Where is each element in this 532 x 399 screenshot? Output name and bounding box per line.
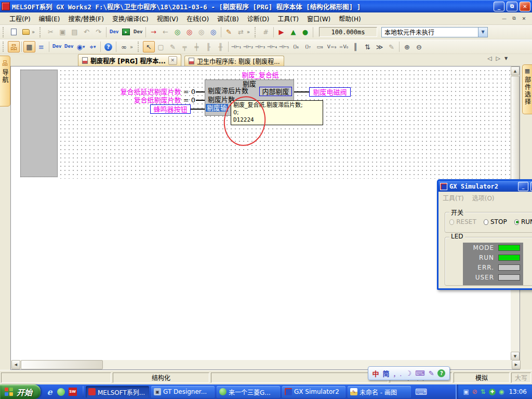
open-project-button[interactable] [20, 26, 32, 38]
jump-instruction-button[interactable]: ≫ [374, 41, 385, 52]
device-find-button[interactable]: Dev [51, 41, 63, 52]
close-contact-button[interactable]: ⊣⊢₂ [242, 41, 254, 52]
run-radio[interactable] [514, 219, 519, 225]
taskbar-item-melsoft[interactable]: MELSOFT系列... [86, 386, 149, 398]
interconnect-mode-button[interactable]: ▢ [155, 41, 167, 52]
simulation-warning-button[interactable]: ▲ [287, 26, 299, 38]
device-status-combobox[interactable]: 本地软元件未执行 ▼ [381, 27, 488, 37]
scan-time-field[interactable]: 100.000ms [319, 27, 377, 37]
menu-window[interactable]: 窗口(W) [303, 12, 335, 24]
input-row-1[interactable]: 复合纸延迟剔废片数 = 0 [84, 88, 195, 96]
toolbar-grip[interactable] [138, 42, 141, 52]
menu-compile[interactable]: 变换/编译(C) [108, 12, 153, 24]
taskbar-item-browser[interactable]: 来一个三菱G... [217, 386, 280, 398]
var-output-button[interactable]: =V₀ [338, 41, 350, 52]
simulator-menu-option[interactable]: 选项(O) [472, 193, 495, 201]
menu-find-replace[interactable]: 搜索/替换(F) [64, 12, 108, 24]
network-config-button[interactable]: ⇄ [235, 26, 247, 38]
rising-pulse-button[interactable]: ⊣⊢₃ [254, 41, 266, 52]
part-selection-side-tab[interactable]: ▦ 部件选择 [522, 64, 532, 114]
network-tray-icon[interactable]: ▣ [463, 389, 469, 395]
ime-simplified-icon[interactable]: 简 [382, 368, 389, 378]
scroll-left-button[interactable]: ◀ [11, 360, 20, 369]
scroll-down-button[interactable]: ▼ [511, 352, 520, 361]
copy-button[interactable]: ▣ [57, 26, 69, 38]
menu-debug[interactable]: 调试(B) [213, 12, 243, 24]
output-window-button[interactable]: ≡ [35, 41, 47, 52]
scroll-up-button[interactable]: ▲ [511, 66, 520, 75]
help-button[interactable]: ? [102, 41, 114, 52]
menu-view[interactable]: 视图(V) [153, 12, 183, 24]
taskbar-item-paint[interactable]: ✎ 未命名 - 画图 [348, 386, 411, 398]
fb-input-pin-3-selected[interactable]: 剔废输 [206, 104, 228, 112]
input-row-2[interactable]: 复合纸剔废片数 = 0 [84, 96, 195, 104]
watch-start-button[interactable]: ▸ [120, 26, 132, 38]
menu-diagnostics[interactable]: 诊断(D) [243, 12, 274, 24]
device-registration-button[interactable]: Dev [132, 26, 144, 38]
toolbar-grip[interactable] [39, 27, 43, 37]
search-result-button[interactable]: ◎ [171, 26, 183, 38]
ime-softkeyboard-icon[interactable]: ⌨ [415, 369, 425, 377]
taskbar-item-gx-simulator[interactable]: GX Simulator2 [282, 386, 345, 398]
undo-button[interactable]: ↶ [81, 26, 92, 38]
ime-help-icon[interactable]: ? [437, 369, 445, 377]
simulator-menu-tool[interactable]: 工具(T) [443, 193, 464, 201]
menu-tool[interactable]: 工具(T) [273, 12, 303, 24]
offline-tray-icon[interactable]: ⊘ [472, 389, 477, 395]
close-button[interactable]: ✕ [520, 2, 530, 11]
fb-selection-window-button[interactable]: ▦ [23, 41, 35, 52]
guided-mode-button[interactable]: ✎ [167, 41, 179, 52]
cut-button[interactable]: ✂ [45, 26, 57, 38]
taskbar-item-gt-designer[interactable]: ▣ GT Designer... [151, 386, 215, 398]
simulator-minimize-button[interactable]: _ [518, 182, 528, 191]
device-display-button[interactable]: ◉▾ [75, 41, 87, 52]
antivirus-shield-icon[interactable]: ✚ [489, 389, 496, 395]
device-batch-button[interactable]: Dev [63, 41, 75, 52]
ime-punctuation-icon[interactable]: ，. [393, 368, 402, 378]
function-block-button[interactable]: ▭₈ [314, 41, 326, 52]
toolbar-grip[interactable] [3, 27, 6, 37]
zoom-out-button[interactable]: ⊖ [413, 41, 425, 52]
tab-library[interactable]: 卫生巾程序库: 剔废 [剔废程... [184, 56, 284, 66]
simulation-start-button[interactable]: ▶ [275, 26, 287, 38]
fb-instance-label[interactable]: 剔废_复合纸 [219, 71, 302, 79]
tab-close-button[interactable]: ✕ [168, 56, 177, 65]
coil-button[interactable]: ()₆ [290, 41, 302, 52]
memo-button[interactable]: ✎ [223, 26, 235, 38]
toolbar-grip[interactable] [3, 42, 6, 52]
toolbar-more-chevron[interactable]: » [32, 29, 38, 35]
paste-button[interactable]: ▤ [69, 26, 81, 38]
vertical-pair-button[interactable]: ⇅ [362, 41, 374, 52]
reset-radio[interactable] [449, 219, 454, 225]
solidworks-icon[interactable]: SW [68, 388, 77, 396]
cross-reference-button[interactable]: ◎ [195, 26, 207, 38]
new-project-button[interactable] [8, 26, 20, 38]
tab-list-button[interactable]: ▼ [504, 56, 508, 61]
select-mode-button[interactable]: ↖ [143, 41, 155, 52]
scroll-right-button[interactable]: ▶ [512, 360, 521, 369]
jump-next-button[interactable]: → [148, 26, 159, 38]
ladder-left-margin-block[interactable] [20, 70, 58, 177]
toolbar-grip[interactable] [255, 27, 258, 37]
tab-scroll-right-button[interactable]: ▷ [496, 55, 500, 62]
device-test-button[interactable]: ⌖▾ [87, 41, 99, 52]
taskbar-clock[interactable]: 13:06 [507, 388, 527, 395]
horizontal-scroll-thumb[interactable] [21, 360, 103, 369]
menu-project[interactable]: 工程(P) [5, 12, 35, 24]
toolbar-more-chevron[interactable]: » [130, 44, 136, 50]
output-target-label[interactable]: 剔废电磁阀 [309, 87, 351, 97]
open-contact-button[interactable]: ⊣⊢₁ [230, 41, 242, 52]
find-button[interactable]: ∞ [118, 41, 130, 52]
toolbar-more-chevron[interactable]: » [247, 29, 253, 35]
vertical-scroll-thumb[interactable] [511, 76, 520, 195]
fb-input-pin-1[interactable]: 剔废滞后片数 [208, 87, 248, 95]
security-shield-icon[interactable]: ◉ [499, 389, 504, 395]
ime-tool-icon[interactable]: ✎ [429, 369, 434, 377]
ime-fullwidth-icon[interactable]: ☽ [405, 369, 411, 377]
branch-top-button[interactable]: ╤ [179, 41, 191, 52]
search-result-2-button[interactable]: ◎ [183, 26, 195, 38]
window-titlebar[interactable]: MELSOFT系列 GX Works2 F:\程序\卫生巾程序\18\2011-… [0, 0, 532, 12]
minimize-button[interactable]: _ [494, 2, 504, 11]
start-button[interactable]: 开始 [0, 384, 41, 399]
chevron-down-icon[interactable]: ▼ [478, 28, 487, 37]
